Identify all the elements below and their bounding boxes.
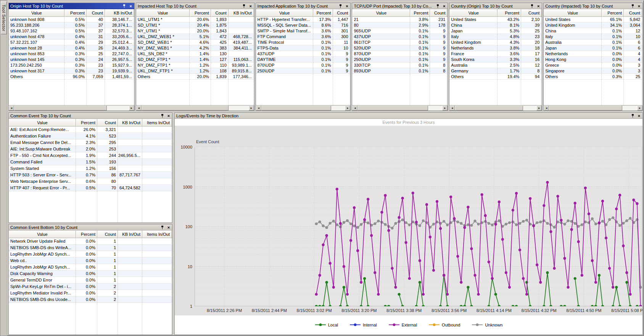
panel-titlebar[interactable]: Origin Host Top 10 by Count× — [9, 3, 134, 9]
pin-icon[interactable] — [160, 114, 164, 118]
table-row[interactable]: HTTP 407 : Request Error - Pr...0.5%7064… — [9, 185, 172, 191]
table-row[interactable]: AIE: Ext:Accnt Comp:Remote...26.0%3,321 — [9, 126, 172, 133]
scrollbar-thumb[interactable] — [142, 106, 229, 110]
column-header-percent[interactable]: Percent — [602, 9, 624, 17]
table-row[interactable]: SD_DMZ_FTP1 *1.4%127115,063... — [136, 57, 254, 62]
close-icon[interactable]: × — [345, 4, 349, 8]
table-row[interactable]: 57.32.221.1070.4%2925,012.4... — [9, 40, 134, 45]
table-row[interactable]: 93.48.107.1620.5%3732,570.3... — [9, 28, 134, 34]
panel-titlebar[interactable]: Impacted Application Top 10 by Count× — [256, 3, 351, 9]
column-header-percent[interactable]: Percent — [64, 9, 87, 17]
column-header-kb-in-out[interactable]: KB In/Out — [118, 230, 142, 238]
column-header-value[interactable]: Value — [449, 9, 497, 17]
scrollbar-track[interactable] — [229, 106, 248, 110]
table-row[interactable]: unknown host 3170.3%2319,939.9... — [9, 68, 134, 74]
panel-titlebar[interactable]: Common Event Top 10 by Count× — [9, 113, 172, 119]
table-row[interactable]: Japan0.1%6 — [544, 45, 642, 51]
table-row[interactable]: United Kingdom34.1%3,064 — [544, 22, 642, 28]
table-row[interactable]: United States65.1%5,842 — [544, 17, 642, 22]
scrollbar-thumb[interactable] — [549, 106, 622, 110]
table-row[interactable]: UKL_UTM1 *20.6%1,893 — [136, 17, 254, 22]
scroll-right-button[interactable]: ► — [536, 106, 542, 110]
table-row[interactable]: Others96.0%7,0591,481,59... — [9, 74, 134, 80]
table-row[interactable]: 861\TCP0.1%9 — [352, 40, 448, 45]
legend-item-internal[interactable]: Internal — [349, 323, 377, 327]
table-row[interactable]: 330\TCP0.1%8 — [352, 62, 448, 68]
table-row[interactable]: General TermDD Error0.0%1 — [9, 277, 172, 283]
column-header-value[interactable]: Value — [136, 9, 190, 17]
pin-icon[interactable] — [435, 4, 440, 8]
table-row[interactable]: Web cd..0.0%1 — [9, 258, 172, 264]
pin-icon[interactable] — [630, 4, 635, 8]
column-header-count[interactable]: Count — [521, 9, 541, 17]
table-row[interactable]: Command Failed1.5%193 — [9, 159, 172, 165]
scrollbar-thumb[interactable] — [14, 106, 107, 110]
table-row[interactable]: 250\UDP0.1%9 — [256, 68, 351, 74]
table-row[interactable]: 437\UDP0.1%9 — [352, 34, 448, 40]
table-row[interactable]: Japan5.3%25 — [449, 28, 542, 34]
column-header-count[interactable]: Count — [211, 9, 229, 17]
table-row[interactable]: NY_UTM1 *20.0%1,843 — [136, 28, 254, 34]
table-row[interactable]: HTTP - Hypertext Transfer...17.3%1,447 — [256, 17, 351, 22]
table-row[interactable]: Others20.0%1,839177,346... — [136, 74, 254, 80]
h-scrollbar[interactable]: ◄► — [544, 105, 642, 110]
scrollbar-track[interactable] — [331, 106, 345, 110]
table-row[interactable]: TIME Protocol0.1%11 — [256, 40, 351, 45]
legend-item-outbound[interactable]: Outbound — [428, 323, 460, 327]
table-row[interactable]: FTP - 550 - Cmd Not Accepted...1.9%24424… — [9, 152, 172, 159]
legend-item-local[interactable]: Local — [315, 323, 338, 327]
column-header-value[interactable]: Value — [256, 9, 313, 17]
table-row[interactable]: Italy4.8%23 — [449, 34, 542, 40]
close-icon[interactable]: × — [536, 4, 541, 8]
column-header-percent[interactable]: Percent — [76, 230, 97, 238]
table-row[interactable]: United States43.2%2,10 — [449, 17, 542, 22]
column-header-count[interactable]: Count — [97, 119, 118, 126]
table-row[interactable]: Australia0.1%6 — [544, 40, 642, 45]
panel-titlebar[interactable]: Impacted Host Top 10 by Count× — [136, 3, 254, 9]
scroll-left-button[interactable]: ◄ — [352, 106, 357, 110]
column-header-value[interactable]: Value — [9, 9, 64, 17]
table-row[interactable]: System Started1.2%156 — [9, 165, 172, 172]
table-row[interactable]: MSSQL - SQL Server Data...8.6%716 — [256, 22, 351, 28]
table-row[interactable]: NY_DMZ_WEB1 *4.2%383384,411... — [136, 45, 254, 51]
table-row[interactable]: SMTP - Simple Mail Transf...3.6%301 — [256, 28, 351, 34]
scrollbar-thumb[interactable] — [455, 106, 523, 110]
table-row[interactable]: AIE: Int:Susp:Malware Outbreak2.0%253 — [9, 146, 172, 152]
close-icon[interactable]: × — [637, 114, 641, 118]
scroll-right-button[interactable]: ► — [249, 106, 254, 110]
scroll-left-button[interactable]: ◄ — [9, 106, 14, 110]
pin-icon[interactable] — [122, 4, 127, 8]
table-row[interactable]: 870\UDP0.1%9 — [256, 62, 351, 68]
table-row[interactable]: 213.8%231 — [352, 17, 448, 22]
h-scrollbar[interactable]: ◄► — [136, 105, 254, 110]
table-row[interactable]: China8.1%39 — [449, 22, 542, 28]
table-row[interactable]: unknown host 8530.3%2522,747.0... — [9, 51, 134, 57]
column-header-count[interactable]: Count — [430, 9, 447, 17]
column-header-value[interactable]: Value — [352, 9, 410, 17]
h-scrollbar[interactable]: ◄► — [256, 105, 351, 110]
table-row[interactable]: Australia2.5%12 — [449, 62, 542, 68]
table-row[interactable]: 802.9%178 — [352, 22, 448, 28]
column-header-percent[interactable]: Percent — [313, 9, 333, 17]
scrollbar-track[interactable] — [107, 106, 129, 110]
column-header-items-in-out[interactable]: Items In/Out — [142, 119, 172, 126]
table-row[interactable]: Hong Kong0.0%4 — [544, 57, 642, 62]
table-row[interactable]: Others19.4%94 — [449, 74, 542, 80]
scroll-left-button[interactable]: ◄ — [256, 106, 261, 110]
table-row[interactable]: China0.1%12 — [544, 28, 642, 34]
table-row[interactable]: SpWr-Put KeyLgr RnTm Det - i...0.0%2 — [9, 283, 172, 290]
h-scrollbar[interactable]: ◄► — [9, 105, 134, 110]
scrollbar-thumb[interactable] — [357, 106, 428, 110]
column-header-value[interactable]: Value — [544, 9, 602, 17]
column-header-kb-in-out[interactable]: KB In/Out — [105, 9, 134, 17]
close-icon[interactable]: × — [248, 4, 253, 8]
legend-item-unknown[interactable]: Unknown — [472, 323, 502, 327]
pin-icon[interactable] — [630, 114, 635, 118]
table-row[interactable]: South Korea3.3%16 — [449, 57, 542, 62]
table-row[interactable]: 870\UDP0.1%9 — [352, 51, 448, 57]
panel-titlebar[interactable]: Common Event Bottom 10 by Count× — [9, 224, 172, 230]
scroll-left-button[interactable]: ◄ — [136, 106, 142, 110]
table-row[interactable]: UKL_DMZ_WEB1 *5.1%472468,728... — [136, 34, 254, 40]
table-row[interactable]: unknown host 8080.5%4038,146.7... — [9, 17, 134, 22]
scrollbar-thumb[interactable] — [261, 106, 331, 110]
